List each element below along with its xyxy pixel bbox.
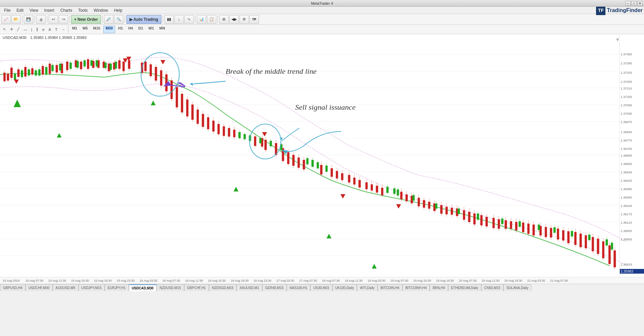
tab-audusd-m5[interactable]: AUDUSD,M5 (53, 284, 78, 291)
time-label: 16 Aug 15:30 (208, 279, 231, 282)
hline-tool[interactable]: — (22, 26, 29, 33)
tab-solana-daily[interactable]: SOLANA,Daily (503, 284, 532, 291)
time-label: 16 Aug 23:30 (254, 279, 276, 282)
time-label: 16 Aug 19:30 (231, 279, 254, 282)
svg-text:1.37465: 1.37465 (621, 53, 632, 56)
timeframe-h1[interactable]: H1 (116, 26, 125, 33)
label-tool[interactable]: T (53, 26, 59, 33)
menu-help[interactable]: Help (111, 7, 125, 13)
autotrading-icon: ▶ (129, 17, 132, 22)
timeframe-m15[interactable]: M15 (91, 26, 103, 33)
crosshair-tool[interactable]: ✛ (8, 26, 15, 33)
timeframe-m1[interactable]: M1 (70, 26, 79, 33)
arrow-tool[interactable]: → (60, 26, 67, 33)
menu-charts[interactable]: Charts (58, 7, 75, 13)
bar-button[interactable]: ↕ (174, 15, 184, 24)
time-label: 20 Aug 19:30 (504, 279, 527, 282)
svg-text:1.36665: 1.36665 (621, 154, 632, 157)
navigator-button[interactable]: 🗺 (250, 15, 259, 24)
candlestick-button[interactable]: ▮▮ (164, 15, 174, 24)
time-label: 15 Aug 19:30 (94, 279, 117, 282)
undo-button[interactable]: ↩ (49, 15, 58, 24)
menu-file[interactable]: File (1, 7, 13, 13)
tab-eurjpy-h1[interactable]: EURJPY,H1 (105, 284, 129, 291)
cursor-tool[interactable]: ↖ (1, 26, 8, 33)
timeframe-mn[interactable]: MN (157, 26, 167, 33)
minimize-button[interactable]: ─ (625, 1, 631, 6)
menu-insert[interactable]: Insert (42, 7, 57, 13)
line-tool[interactable]: ╱ (15, 26, 21, 33)
svg-rect-0 (0, 34, 644, 277)
tab-gbpchf-h1[interactable]: GBPCHF,H1 (184, 284, 209, 291)
tab-gbpusd-h4[interactable]: GBPUSD,H4 (0, 284, 25, 291)
window-title: MetaTrader 4 (311, 1, 333, 5)
tab-uk100-daily[interactable]: UK100,Daily (332, 284, 357, 291)
tab-ethereum-daily[interactable]: ETHEREUM,Daily (448, 284, 481, 291)
new-order-icon: + (74, 17, 76, 22)
menu-tools[interactable]: Tools (75, 7, 90, 13)
menu-view[interactable]: View (27, 7, 41, 13)
line-button[interactable]: ∿ (184, 15, 194, 24)
channel-tool[interactable]: ∥ (35, 26, 40, 33)
indicators-button[interactable]: 📊 (197, 15, 206, 24)
svg-text:1.37255: 1.37255 (621, 80, 632, 83)
redo-button[interactable]: ↪ (59, 15, 68, 24)
svg-text:1.37395: 1.37395 (621, 62, 632, 65)
tab-usdcad-m30[interactable]: USDCAD,M30 (129, 284, 157, 291)
sep9 (218, 16, 218, 23)
time-label: 15 Aug 23:30 (117, 279, 140, 282)
scroll-indicator[interactable]: ▼ (615, 37, 620, 42)
annotation2-text: Sell signal issuance (295, 103, 356, 111)
new-order-button[interactable]: + New Order (71, 15, 101, 24)
svg-text:1.36360: 1.36360 (621, 187, 632, 191)
tab-xauusd-m1[interactable]: XAUUSD,M1 (236, 284, 262, 291)
timeframe-w1[interactable]: W1 (146, 26, 157, 33)
tab-ger40-m15[interactable]: GER40,M15 (262, 284, 287, 291)
zoom-out-button[interactable]: 🔎 (104, 15, 113, 24)
maximize-button[interactable]: □ (631, 1, 637, 6)
svg-text:1.36115: 1.36115 (621, 221, 632, 224)
fib-tool[interactable]: 𝜙 (41, 26, 46, 33)
sep8 (195, 16, 196, 23)
tab-nzdsgd-m15[interactable]: NZDSGD,M15 (209, 284, 236, 291)
autotrading-label: Auto Trading (133, 17, 158, 22)
scroll-button[interactable]: ◀▶ (229, 15, 239, 24)
print-button[interactable]: 🖨 (36, 15, 46, 24)
svg-text:1.37090: 1.37090 (621, 104, 632, 107)
tab-nzdusd-m15[interactable]: NZDUSD,M15 (157, 284, 184, 291)
zoom-scale-button[interactable]: ⊞ (219, 15, 229, 24)
timeframe-m30[interactable]: M30 (103, 26, 115, 33)
tab-usdchf-m30[interactable]: USDCHF,M30 (25, 284, 53, 291)
tab-brn-h4[interactable]: BRN,H4 (430, 284, 448, 291)
svg-text:1.36605: 1.36605 (621, 162, 632, 166)
timeframe-h4[interactable]: H4 (126, 26, 135, 33)
titlebar: MetaTrader 4 ─ □ ✕ (0, 0, 644, 7)
text-tool[interactable]: A (47, 26, 53, 33)
tab-nas100-h1[interactable]: NAS100,H1 (287, 284, 311, 291)
timeframe-m5[interactable]: M5 (80, 26, 90, 33)
tab-usdjpy-m15[interactable]: USDJPY,M15 (78, 284, 105, 291)
timeframe-d1[interactable]: D1 (136, 26, 145, 33)
vline-tool[interactable]: | (30, 26, 34, 33)
tab-wti-daily[interactable]: WTI,Daily (357, 284, 377, 291)
autotrading-button[interactable]: ▶ Auto Trading (126, 15, 161, 24)
time-label: 15 Aug 2024 (3, 279, 25, 282)
save-button[interactable]: 💾 (24, 15, 33, 24)
menu-edit[interactable]: Edit (14, 7, 26, 13)
zoom-in-button[interactable]: 🔍 (114, 15, 123, 24)
chart-container[interactable]: USDCAD,M30 1.35983 1.35984 1.35965 1.359… (0, 34, 644, 277)
templates-button[interactable]: 📋 (207, 15, 216, 24)
new-chart-button[interactable]: 📈 (1, 15, 11, 24)
time-label: 21 Aug 07:30 (550, 279, 573, 282)
menubar: File Edit View Insert Charts Tools Windo… (0, 7, 644, 14)
menu-window[interactable]: Window (91, 7, 111, 13)
sep7 (163, 16, 163, 23)
open-button[interactable]: 📂 (11, 15, 21, 24)
tab-us30-m15[interactable]: US30,M15 (310, 284, 332, 291)
tab-cn50-m15[interactable]: CN50,M15 (481, 284, 503, 291)
time-label: 17 Aug 07:30 (299, 279, 322, 282)
tab-bitcoin-h4[interactable]: BITCOIN,H4 (378, 284, 402, 291)
close-button[interactable]: ✕ (637, 1, 643, 6)
tab-bitcoinh-h4[interactable]: BITCOINH.H4 (402, 284, 430, 291)
properties-button[interactable]: ⚙ (239, 15, 249, 24)
